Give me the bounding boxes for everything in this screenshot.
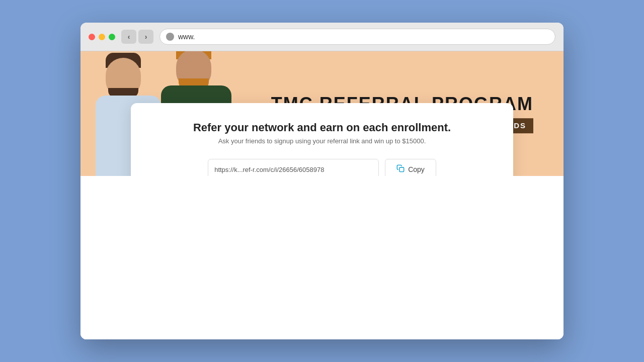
browser-chrome: ‹ › www. xyxy=(80,23,564,51)
card-subtitle: Ask your friends to signup using your re… xyxy=(151,137,493,145)
hero-banner: TMC REFERRAL PROGRAM REFER.REJOICE.REWAR… xyxy=(80,51,564,176)
url-text: www. xyxy=(178,33,195,41)
card-title: Refer your network and earn on each enro… xyxy=(151,121,493,134)
nav-buttons: ‹ › xyxy=(121,30,153,44)
referral-link-input[interactable] xyxy=(208,159,379,176)
traffic-lights xyxy=(89,34,115,40)
copy-icon xyxy=(396,164,405,174)
copy-button[interactable]: Copy xyxy=(385,159,436,176)
referral-card: Refer your network and earn on each enro… xyxy=(131,103,513,176)
close-button[interactable] xyxy=(89,34,95,40)
referral-link-row: Copy xyxy=(151,159,493,176)
address-bar[interactable]: www. xyxy=(159,29,555,45)
minimize-button[interactable] xyxy=(99,34,105,40)
forward-button[interactable]: › xyxy=(138,30,153,44)
copy-label: Copy xyxy=(408,165,425,173)
globe-icon xyxy=(166,33,174,41)
maximize-button[interactable] xyxy=(109,34,115,40)
scroll-area[interactable]: TMC REFERRAL PROGRAM REFER.REJOICE.REWAR… xyxy=(80,51,564,339)
browser-content: TMC REFERRAL PROGRAM REFER.REJOICE.REWAR… xyxy=(80,51,564,339)
content-spacer xyxy=(80,176,564,339)
browser-window: ‹ › www. xyxy=(80,23,564,339)
svg-rect-0 xyxy=(399,167,404,172)
back-button[interactable]: ‹ xyxy=(121,30,136,44)
